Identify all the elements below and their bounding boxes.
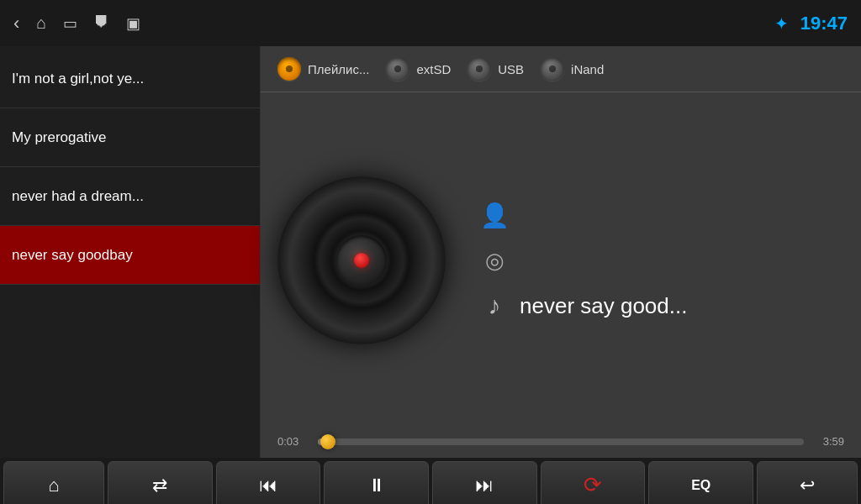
track-name-row: ♪ never say good... [479,291,844,321]
eq-button[interactable]: EQ [648,461,753,505]
pause-icon: ⏸ [367,475,386,496]
repeat-icon: ⟳ [584,472,602,498]
tab-inand[interactable]: iNand [541,57,604,81]
album-row: ◎ [479,245,844,276]
tab-dot-usb [467,57,491,81]
home-icon: ⌂ [48,475,59,496]
tab-dot-extsd [386,57,409,81]
progress-thumb[interactable] [320,434,335,449]
home-button[interactable]: ⌂ [3,461,104,505]
playlist-item[interactable]: My prerogative [0,108,260,167]
next-icon: ⏭ [475,475,494,496]
player-area: Плейлис... extSD USB iNand [261,46,861,458]
top-bar: ‹ ⌂ ▭ ⛊ ▣ ✦ 19:47 [0,0,861,46]
time-end: 3:59 [812,435,844,448]
bottom-bar: ⌂ ⇄ ⏮ ⏸ ⏭ ⟳ EQ ↩ [0,458,861,504]
artist-icon: 👤 [479,200,510,230]
main-content: I'm not a girl,not ye... My prerogative … [0,46,861,458]
multi-window-icon[interactable]: ▭ [63,14,77,33]
vinyl-disc [277,176,446,344]
progress-section: 0:03 3:59 [261,428,861,458]
status-area: ✦ 19:47 [774,13,848,34]
tab-label-extsd: extSD [416,62,451,76]
vinyl-center [354,253,369,268]
photo-icon[interactable]: ▣ [126,14,140,33]
time-start: 0:03 [277,435,309,448]
nav-controls: ‹ ⌂ ▭ ⛊ ▣ [13,13,140,34]
tab-dot-inand [541,57,564,81]
tab-extsd[interactable]: extSD [386,57,451,81]
playlist-panel: I'm not a girl,not ye... My prerogative … [0,46,261,458]
next-button[interactable]: ⏭ [432,461,537,505]
music-note-icon: ♪ [479,291,510,321]
tab-usb[interactable]: USB [467,57,524,81]
player-middle: 👤 ◎ ♪ never say good... [261,92,861,428]
prev-icon: ⏮ [259,475,277,496]
playlist-item[interactable]: I'm not a girl,not ye... [0,50,260,108]
progress-row: 0:03 3:59 [277,435,844,448]
source-tabs: Плейлис... extSD USB iNand [261,46,861,92]
home-nav-icon[interactable]: ⌂ [36,13,46,33]
eq-icon: EQ [691,478,710,493]
progress-bar[interactable] [318,438,804,445]
shield-icon[interactable]: ⛊ [94,14,109,32]
playlist-item-active[interactable]: never say goodbay [0,226,260,285]
time-display: 19:47 [800,13,848,34]
shuffle-button[interactable]: ⇄ [108,461,213,505]
back-nav-icon[interactable]: ‹ [13,13,19,34]
prev-button[interactable]: ⏮ [216,461,321,505]
tab-dot-playlist [277,57,301,81]
tab-label-usb: USB [498,62,524,76]
playlist-item[interactable]: never had a dream... [0,167,260,226]
tab-label-inand: iNand [571,62,604,76]
back-icon: ↩ [800,475,815,496]
back-button[interactable]: ↩ [757,461,858,505]
repeat-button[interactable]: ⟳ [541,461,646,505]
bluetooth-icon: ✦ [774,13,789,34]
pause-button[interactable]: ⏸ [324,461,429,505]
artist-row: 👤 [479,200,844,230]
track-name: never say good... [520,293,687,319]
shuffle-icon: ⇄ [152,475,167,496]
tab-label-playlist: Плейлис... [308,62,369,76]
track-info: 👤 ◎ ♪ never say good... [462,200,844,321]
album-icon: ◎ [479,245,510,276]
tab-playlist[interactable]: Плейлис... [277,57,369,81]
